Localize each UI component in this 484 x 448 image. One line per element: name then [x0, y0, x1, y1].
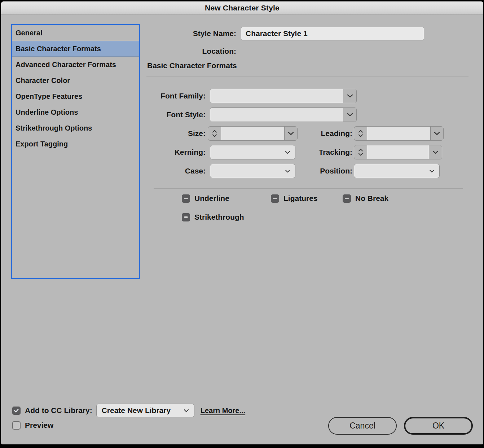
learn-more-link[interactable]: Learn More...: [201, 407, 245, 415]
checkmark-icon: [14, 408, 19, 413]
chevron-down-icon: [212, 134, 217, 137]
chevron-up-icon: [212, 130, 217, 133]
chevron-down-icon: [358, 134, 363, 137]
no-break-checkbox[interactable]: [343, 194, 351, 203]
sidebar-item-general[interactable]: General: [12, 25, 139, 41]
font-style-label: Font Style:: [102, 107, 206, 122]
position-dropdown[interactable]: [354, 164, 440, 178]
sidebar-item-advanced-character-formats[interactable]: Advanced Character Formats: [12, 57, 139, 73]
leading-stepper[interactable]: [354, 127, 367, 140]
section-title: Basic Character Formats: [147, 61, 237, 70]
underline-checkbox-field[interactable]: Underline: [182, 194, 229, 203]
font-family-dropdown-button[interactable]: [343, 89, 356, 103]
indeterminate-dash-icon: [345, 198, 349, 199]
new-character-style-dialog: New Character Style General Basic Charac…: [0, 0, 484, 448]
chevron-down-icon: [184, 409, 189, 412]
font-style-dropdown-button[interactable]: [343, 108, 356, 122]
chevron-down-icon: [358, 153, 363, 156]
ligatures-checkbox[interactable]: [271, 194, 279, 203]
add-to-cc-library-checkbox[interactable]: [12, 407, 21, 415]
options-divider: [154, 188, 463, 189]
no-break-checkbox-field[interactable]: No Break: [343, 194, 388, 203]
leading-label: Leading:: [254, 126, 352, 141]
cc-library-select[interactable]: Create New Library: [96, 404, 194, 417]
leading-dropdown-button[interactable]: [431, 127, 443, 140]
indeterminate-dash-icon: [184, 216, 188, 218]
tracking-label: Tracking:: [254, 145, 352, 159]
font-family-label: Font Family:: [102, 89, 206, 103]
style-name-label: Style Name:: [138, 27, 236, 40]
leading-value[interactable]: [367, 127, 431, 140]
size-label: Size:: [102, 126, 206, 141]
font-family-combobox[interactable]: [210, 89, 357, 103]
tracking-combobox[interactable]: [354, 145, 442, 159]
case-label: Case:: [102, 164, 206, 178]
position-label: Position:: [254, 164, 352, 178]
cc-library-select-value: Create New Library: [102, 406, 184, 415]
section-divider: [146, 76, 468, 76]
add-to-cc-library-row: Add to CC Library: Create New Library Le…: [12, 403, 245, 418]
indeterminate-dash-icon: [184, 198, 188, 199]
strikethrough-checkbox-field[interactable]: Strikethrough: [182, 213, 244, 221]
add-to-cc-library-label: Add to CC Library:: [25, 406, 92, 415]
tracking-value[interactable]: [367, 145, 429, 159]
underline-checkbox[interactable]: [182, 194, 190, 203]
leading-combobox[interactable]: [354, 126, 444, 141]
chevron-down-icon: [429, 170, 435, 173]
ligatures-checkbox-field[interactable]: Ligatures: [271, 194, 318, 203]
font-style-value: [210, 108, 343, 122]
indeterminate-dash-icon: [273, 198, 277, 199]
tracking-stepper[interactable]: [354, 145, 367, 159]
chevron-down-icon: [347, 113, 353, 117]
kerning-label: Kerning:: [102, 145, 206, 159]
strikethrough-checkbox[interactable]: [182, 213, 190, 221]
sidebar-item-character-color[interactable]: Character Color: [12, 73, 139, 88]
no-break-checkbox-label: No Break: [355, 194, 388, 203]
font-style-combobox[interactable]: [210, 107, 357, 122]
chevron-down-icon: [347, 94, 353, 98]
sidebar-item-basic-character-formats[interactable]: Basic Character Formats: [12, 41, 139, 57]
strikethrough-checkbox-label: Strikethrough: [194, 213, 244, 221]
dialog-window: New Character Style General Basic Charac…: [1, 1, 483, 444]
size-stepper[interactable]: [208, 127, 221, 140]
ligatures-checkbox-label: Ligatures: [283, 194, 318, 203]
font-family-value: [210, 89, 343, 103]
chevron-down-icon: [434, 132, 440, 135]
ok-button[interactable]: OK: [404, 417, 473, 435]
underline-checkbox-label: Underline: [194, 194, 229, 203]
preview-checkbox-label: Preview: [25, 421, 53, 430]
tracking-dropdown-button[interactable]: [429, 145, 442, 159]
cancel-button[interactable]: Cancel: [328, 417, 397, 435]
preview-row[interactable]: Preview: [12, 418, 53, 433]
preview-checkbox[interactable]: [12, 421, 21, 430]
chevron-up-icon: [358, 149, 363, 151]
chevron-up-icon: [358, 130, 363, 133]
chevron-down-icon: [432, 150, 439, 154]
location-label: Location:: [138, 45, 236, 58]
dialog-title: New Character Style: [205, 4, 280, 12]
title-bar[interactable]: New Character Style: [1, 1, 483, 14]
style-name-input[interactable]: [241, 27, 424, 40]
